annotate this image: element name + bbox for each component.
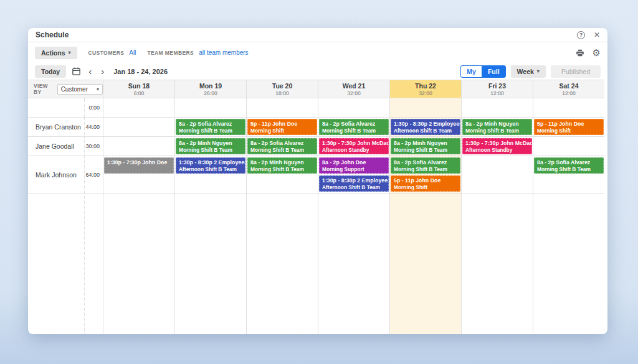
calendar-cell[interactable]	[533, 98, 604, 117]
calendar-cell[interactable]: 1:30p - 7:30p John Doe	[103, 156, 174, 193]
shift-block[interactable]: 1:30p - 7:30p John McDadeAfternoon Stand…	[462, 138, 532, 154]
schedule-grid: VIEW BY Customer ▾ Sun 186:00Mon 1926:00…	[28, 80, 604, 334]
calendar-cell[interactable]	[461, 194, 533, 334]
actions-label: Actions	[41, 49, 65, 57]
calendar-cell[interactable]: 8a - 2p Sofia AlvarezMorning Shift B Tea…	[246, 137, 318, 156]
shift-block[interactable]: 8a - 2p Sofia AlvarezMorning Shift B Tea…	[247, 138, 317, 154]
schedule-row: 0:00	[28, 98, 604, 118]
calendar-cell[interactable]	[103, 194, 174, 334]
calendar-cell[interactable]: 8a - 2p Minh NguyenMorning Shift B Team	[461, 118, 533, 136]
help-icon[interactable]: ?	[577, 31, 585, 39]
calendar-cell[interactable]: 1:30p - 7:30p John McDadeAfternoon Stand…	[461, 137, 533, 156]
calendar-cell[interactable]	[461, 156, 533, 193]
print-icon[interactable]	[576, 49, 584, 57]
close-icon[interactable]: ✕	[594, 31, 600, 39]
shift-block[interactable]: 1:30p - 8:30p 2 EmployeesAfternoon Shift…	[319, 175, 389, 192]
calendar-cell[interactable]: 8a - 2p Sofia AlvarezMorning Shift B Tea…	[533, 156, 604, 193]
day-header-sat-24: Sat 2412:00	[533, 80, 604, 98]
calendar-cell[interactable]: 5p - 11p John DoeMorning Shift	[246, 118, 318, 136]
calendar-cell[interactable]	[103, 118, 174, 136]
shift-block[interactable]: 8a - 2p Minh NguyenMorning Shift B Team	[176, 138, 245, 154]
row-total: 0:00	[84, 98, 103, 117]
shift-name: Morning Shift	[394, 184, 457, 190]
prev-week-icon[interactable]: ‹	[87, 67, 93, 76]
full-view-button[interactable]: Full	[482, 65, 506, 78]
shift-block[interactable]: 5p - 11p John DoeMorning Shift	[247, 119, 317, 135]
calendar-cell[interactable]	[318, 194, 389, 334]
shift-block[interactable]: 8a - 2p Sofia AlvarezMorning Shift B Tea…	[534, 157, 604, 174]
calendar-cell[interactable]: 1:30p - 7:30p John McDadeAfternoon Stand…	[318, 137, 389, 156]
calendar-cell[interactable]	[103, 98, 174, 117]
chevron-down-icon: ▾	[69, 50, 71, 55]
shift-time-and-person: 1:30p - 7:30p John McDade	[465, 140, 529, 147]
calendar-cell[interactable]	[174, 194, 246, 334]
calendar-cell[interactable]: 5p - 11p John DoeMorning Shift	[533, 118, 604, 136]
day-total: 26:00	[204, 90, 217, 96]
shift-block[interactable]: 8a - 2p Minh NguyenMorning Shift B Team	[462, 119, 532, 135]
calendar-cell[interactable]: 8a - 2p Sofia AlvarezMorning Shift B Tea…	[389, 156, 461, 193]
calendar-cell[interactable]	[389, 98, 461, 117]
row-name: Jane Goodall	[28, 142, 84, 150]
titlebar-icons: ? ✕	[577, 31, 600, 39]
shift-block[interactable]: 5p - 11p John DoeMorning Shift	[391, 175, 460, 192]
shift-time-and-person: 1:30p - 8:30p 2 Employees	[394, 121, 457, 128]
today-button[interactable]: Today	[35, 65, 66, 78]
period-dropdown[interactable]: Week ▾	[511, 65, 546, 78]
calendar-cell[interactable]	[318, 98, 389, 117]
calendar-cell[interactable]	[103, 137, 174, 156]
day-total: 32:00	[347, 90, 360, 96]
calendar-cell[interactable]: 8a - 2p John DoeMorning Support1:30p - 8…	[318, 156, 389, 193]
shift-block[interactable]: 8a - 2p Sofia AlvarezMorning Shift B Tea…	[319, 119, 389, 135]
shift-block[interactable]: 8a - 2p Sofia AlvarezMorning Shift B Tea…	[391, 157, 460, 174]
calendar-cell[interactable]: 1:30p - 8:30p 2 EmployeesAfternoon Shift…	[389, 118, 461, 136]
schedule-row-bryan-cranston: Bryan Cranston44:008a - 2p Sofia Alvarez…	[28, 118, 604, 137]
shift-name: Afternoon Shift B Team	[179, 166, 242, 172]
shift-block[interactable]: 1:30p - 7:30p John Doe	[104, 157, 174, 174]
actions-button[interactable]: Actions ▾	[35, 47, 77, 59]
shift-block[interactable]: 1:30p - 8:30p 2 EmployeesAfternoon Shift…	[391, 119, 460, 135]
day-label: Fri 23	[488, 82, 506, 90]
shift-name: Morning Shift B Team	[322, 128, 386, 134]
gear-icon[interactable]: ⚙	[593, 48, 601, 57]
calendar-cell[interactable]: 8a - 2p Sofia AlvarezMorning Shift B Tea…	[174, 118, 246, 136]
my-view-button[interactable]: My	[460, 65, 482, 78]
calendar-cell[interactable]	[246, 98, 318, 117]
day-label: Wed 21	[343, 82, 366, 90]
shift-block[interactable]: 8a - 2p Sofia AlvarezMorning Shift B Tea…	[176, 119, 245, 135]
shift-name: Morning Shift B Team	[250, 147, 314, 153]
calendar-cell[interactable]	[533, 137, 604, 156]
calendar-cell[interactable]: 1:30p - 8:30p 2 EmployeesAfternoon Shift…	[174, 156, 246, 193]
shift-block[interactable]: 8a - 2p Minh NguyenMorning Shift B Team	[391, 138, 460, 154]
day-total: 18:00	[275, 90, 288, 96]
toolbar-right-icons: ⚙	[576, 48, 601, 57]
customers-filter-link[interactable]: All	[129, 49, 136, 56]
next-week-icon[interactable]: ›	[99, 67, 106, 76]
shift-block[interactable]: 5p - 11p John DoeMorning Shift	[534, 119, 604, 135]
shift-block[interactable]: 8a - 2p John DoeMorning Support	[319, 157, 389, 174]
calendar-cell[interactable]: 8a - 2p Minh NguyenMorning Shift B Team	[174, 137, 246, 156]
row-name: Mark Johnson	[28, 171, 84, 179]
row-name: Bryan Cranston	[28, 123, 84, 131]
shift-name: Morning Shift B Team	[179, 128, 242, 134]
shift-time-and-person: 8a - 2p Minh Nguyen	[394, 140, 457, 147]
titlebar: Schedule ? ✕	[28, 28, 607, 42]
calendar-cell[interactable]	[389, 194, 461, 334]
shift-time-and-person: 8a - 2p Sofia Alvarez	[322, 121, 386, 128]
published-button[interactable]: Published	[551, 65, 601, 78]
calendar-cell[interactable]	[461, 98, 533, 117]
desktop-background: Schedule ? ✕ Actions ▾ CUSTOMERS All TEA…	[0, 0, 638, 364]
shift-name: Afternoon Standby	[465, 147, 529, 153]
calendar-cell[interactable]	[246, 194, 318, 334]
view-by-select[interactable]: Customer ▾	[57, 84, 103, 95]
shift-block[interactable]: 1:30p - 7:30p John McDadeAfternoon Stand…	[319, 138, 389, 154]
calendar-cell[interactable]	[174, 98, 246, 117]
team-members-filter-link[interactable]: all team members	[199, 49, 248, 56]
shift-block[interactable]: 8a - 2p Minh NguyenMorning Shift B Team	[247, 157, 317, 174]
calendar-cell[interactable]: 8a - 2p Minh NguyenMorning Shift B Team	[246, 156, 318, 193]
shift-block[interactable]: 1:30p - 8:30p 2 EmployeesAfternoon Shift…	[176, 157, 245, 174]
calendar-icon[interactable]	[72, 67, 81, 76]
calendar-cell[interactable]: 8a - 2p Minh NguyenMorning Shift B Team	[389, 137, 461, 156]
grid-header-row: VIEW BY Customer ▾ Sun 186:00Mon 1926:00…	[28, 80, 604, 98]
calendar-cell[interactable]	[533, 194, 604, 334]
calendar-cell[interactable]: 8a - 2p Sofia AlvarezMorning Shift B Tea…	[318, 118, 389, 136]
